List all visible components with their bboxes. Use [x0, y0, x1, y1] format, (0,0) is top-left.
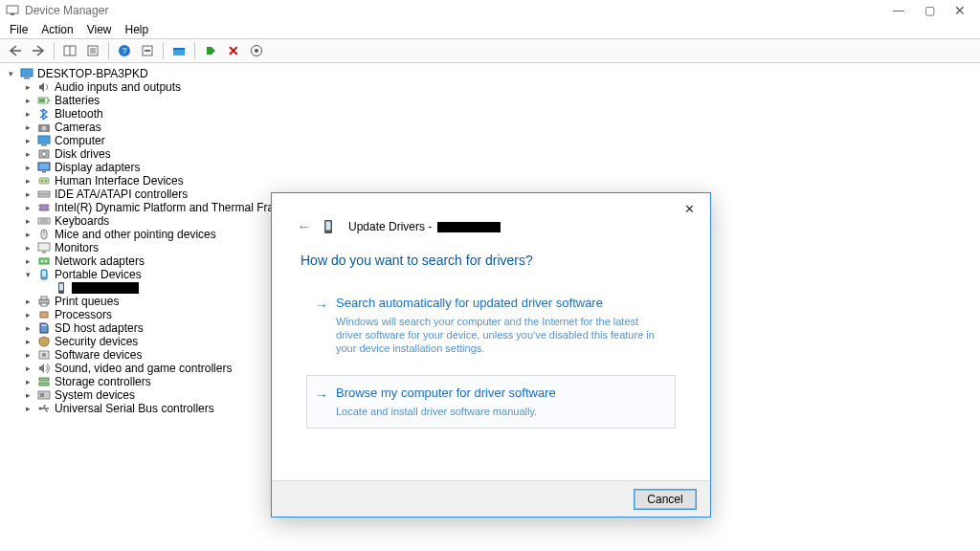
option-search-automatic[interactable]: → Search automatically for updated drive… [306, 285, 676, 365]
toolbar-separator [194, 42, 195, 59]
hid-icon [37, 175, 51, 187]
tree-item-label: Computer [55, 134, 105, 147]
tree-item[interactable]: ▸Bluetooth [23, 107, 980, 121]
toolbar-uninstall-button[interactable]: ✕ [224, 41, 243, 60]
tree-item-label: Bluetooth [55, 107, 103, 121]
printer-icon [37, 296, 51, 308]
tree-item-label: Keyboards [55, 214, 109, 228]
svg-rect-57 [40, 312, 48, 318]
tree-item[interactable]: ▸Human Interface Devices [23, 174, 980, 187]
expand-icon[interactable]: ▸ [23, 404, 33, 414]
svg-point-23 [42, 126, 47, 131]
expand-icon[interactable]: ▸ [23, 163, 33, 173]
collapse-icon[interactable]: ▾ [6, 69, 16, 79]
tree-item-label: Security devices [55, 335, 138, 348]
expand-icon[interactable]: ▸ [23, 256, 33, 267]
expand-icon[interactable]: ▸ [23, 109, 33, 120]
expand-icon[interactable]: ▸ [23, 136, 33, 146]
dialog-device-name-redacted [437, 222, 501, 232]
svg-rect-1 [11, 13, 14, 15]
tree-item-label: SD host adapters [55, 321, 144, 335]
window-close-button[interactable]: ✕ [953, 3, 967, 18]
expand-icon[interactable]: ▸ [23, 337, 33, 347]
software-icon [37, 349, 51, 362]
option-browse-computer-desc: Locate and install driver software manua… [315, 403, 665, 418]
option-browse-computer-title: Browse my computer for driver software [336, 386, 556, 401]
option-search-automatic-title: Search automatically for updated driver … [336, 296, 603, 311]
svg-point-49 [45, 260, 47, 262]
svg-rect-18 [24, 77, 30, 79]
tree-item[interactable]: ▸Disk drives [23, 147, 980, 161]
svg-text:?: ? [122, 46, 126, 55]
expand-icon[interactable]: ▸ [23, 377, 33, 387]
tree-item[interactable]: ▸Batteries [23, 94, 980, 107]
dialog-back-button[interactable]: ← [297, 218, 312, 235]
svg-point-16 [255, 49, 258, 53]
expand-icon[interactable]: ▸ [23, 122, 33, 133]
toolbar-separator [163, 42, 164, 59]
svg-rect-46 [42, 252, 46, 253]
option-browse-computer[interactable]: → Browse my computer for driver software… [306, 375, 676, 429]
tree-item-label: Print queues [55, 295, 119, 308]
expand-icon[interactable]: ▸ [23, 310, 33, 320]
expand-icon[interactable]: ▸ [23, 230, 33, 240]
tree-item-label: Monitors [55, 241, 99, 254]
bluetooth-icon [37, 108, 51, 121]
phone-icon [55, 282, 68, 295]
tree-item-label: Storage controllers [55, 375, 151, 388]
window-title: Device Manager [25, 4, 108, 17]
expand-icon[interactable]: ▸ [23, 189, 33, 200]
expand-icon[interactable]: ▸ [23, 96, 33, 106]
expand-icon[interactable]: ▸ [23, 149, 33, 160]
menu-file[interactable]: File [10, 23, 28, 36]
expand-icon[interactable]: ▸ [23, 82, 33, 93]
speaker-icon [37, 81, 51, 94]
tree-item[interactable]: ▸Audio inputs and outputs [23, 80, 980, 94]
toolbar-properties-button[interactable] [83, 41, 102, 60]
svg-rect-45 [38, 243, 50, 251]
window-maximize-button[interactable]: ▢ [923, 4, 936, 17]
dialog-close-button[interactable]: ✕ [676, 199, 702, 218]
toolbar-enable-button[interactable] [201, 41, 220, 60]
tree-item[interactable]: ▸Display adapters [23, 161, 980, 174]
svg-rect-40 [38, 218, 50, 224]
toolbar-action-button[interactable] [138, 41, 157, 60]
toolbar-scan-button[interactable] [247, 41, 266, 60]
tree-item[interactable]: ▸Cameras [23, 121, 980, 134]
tree-item-label: Display adapters [55, 161, 140, 174]
expand-icon[interactable]: ▸ [23, 323, 33, 334]
menu-action[interactable]: Action [41, 23, 73, 36]
svg-rect-70 [326, 222, 331, 231]
svg-rect-56 [41, 303, 47, 306]
tree-item-label: Cameras [55, 121, 101, 134]
menu-help[interactable]: Help [125, 23, 149, 36]
expand-icon[interactable]: ▸ [23, 350, 33, 361]
collapse-icon[interactable]: ▾ [23, 270, 33, 280]
expand-icon[interactable]: ▸ [23, 390, 33, 401]
expand-icon[interactable]: ▸ [23, 297, 33, 307]
tree-item[interactable]: ▸Computer [23, 134, 980, 147]
cancel-button[interactable]: Cancel [634, 489, 697, 510]
toolbar-back-button[interactable] [6, 41, 25, 60]
svg-rect-53 [59, 284, 63, 291]
toolbar-help-button[interactable]: ? [115, 41, 134, 60]
toolbar-update-driver-button[interactable] [169, 41, 189, 60]
monitor-icon [37, 135, 51, 147]
window-minimize-button[interactable]: — [892, 4, 905, 17]
expand-icon[interactable]: ▸ [23, 203, 33, 213]
menu-view[interactable]: View [87, 23, 112, 36]
toolbar-forward-button[interactable] [29, 41, 48, 60]
toolbar-show-hidden-button[interactable] [60, 41, 79, 60]
arrow-right-icon: → [315, 386, 328, 403]
cpu-icon [37, 309, 51, 321]
sound-icon [37, 363, 51, 375]
expand-icon[interactable]: ▸ [23, 364, 33, 374]
tree-item-label: Batteries [55, 94, 100, 107]
expand-icon[interactable]: ▸ [23, 216, 33, 227]
net-icon [37, 255, 51, 268]
expand-icon[interactable]: ▸ [23, 176, 33, 187]
expand-icon[interactable]: ▸ [23, 243, 33, 253]
tree-item-label: System devices [55, 388, 135, 402]
tree-root[interactable]: ▾ DESKTOP-BPA3PKD [6, 67, 980, 80]
toolbar: ? ✕ [0, 38, 980, 63]
